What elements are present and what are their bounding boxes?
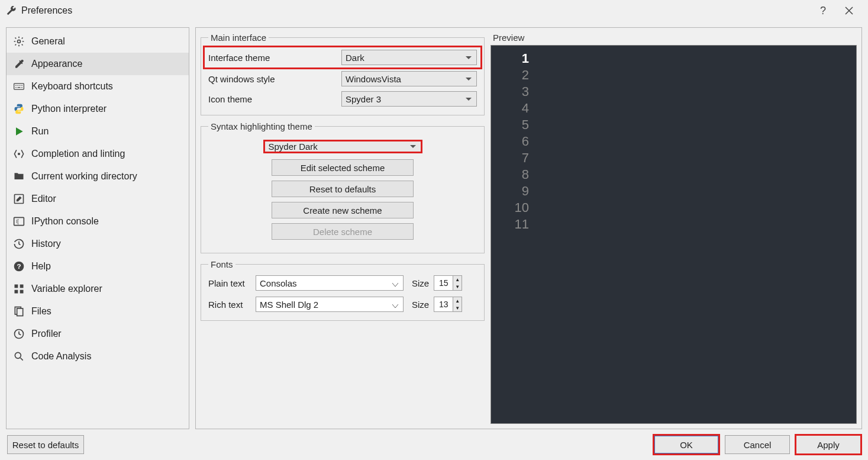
sidebar-item-label: IPython console (31, 216, 99, 227)
svg-text:?: ? (17, 262, 21, 270)
rich-text-value: MS Shell Dlg 2 (260, 300, 318, 310)
reset-scheme-button[interactable]: Reset to defaults (272, 181, 414, 197)
line-number: 11 (491, 216, 529, 233)
syntax-legend: Syntax highlighting theme (208, 121, 315, 131)
sidebar-item-profiler[interactable]: Profiler (7, 323, 189, 345)
create-scheme-button[interactable]: Create new scheme (272, 202, 414, 218)
gear-icon (12, 35, 25, 48)
chevron-down-icon (466, 98, 472, 101)
icon-theme-combo[interactable]: Spyder 3 (341, 91, 477, 107)
sidebar-item-label: Help (31, 261, 51, 272)
spinner-up-icon[interactable]: ▲ (453, 297, 462, 304)
sidebar-item-files[interactable]: Files (7, 300, 189, 323)
plain-text-combo[interactable]: Consolas (256, 275, 404, 291)
sidebar-item-run[interactable]: Run (7, 120, 189, 143)
edit-scheme-button[interactable]: Edit selected scheme (272, 159, 414, 176)
apply-button[interactable]: Apply (796, 435, 861, 454)
line-number: 1 (491, 50, 529, 67)
plain-text-label: Plain text (208, 278, 251, 288)
line-number: 10 (491, 200, 529, 216)
sidebar-item-cwd[interactable]: Current working directory (7, 165, 189, 188)
console-icon: I[ (12, 215, 25, 228)
sidebar-item-editor[interactable]: Editor (7, 188, 189, 210)
preview-label: Preview (493, 33, 857, 43)
close-button[interactable] (836, 1, 862, 20)
qt-style-value: WindowsVista (346, 74, 401, 84)
fonts-legend: Fonts (208, 259, 235, 269)
history-icon (12, 237, 25, 250)
line-number: 4 (491, 100, 529, 117)
sidebar-item-ipython[interactable]: I[ IPython console (7, 210, 189, 233)
sidebar-item-completion-linting[interactable]: Completion and linting (7, 143, 189, 165)
chevron-down-icon (392, 278, 398, 288)
rich-text-label: Rich text (208, 300, 251, 310)
preview-column: Preview 1 2 3 4 5 6 7 8 9 10 11 (491, 33, 857, 424)
sidebar-item-label: Variable explorer (31, 284, 102, 294)
line-gutter: 1 2 3 4 5 6 7 8 9 10 11 (491, 46, 535, 423)
svg-rect-13 (17, 308, 23, 316)
sidebar-item-help[interactable]: ? Help (7, 255, 189, 278)
line-number: 7 (491, 150, 529, 166)
sidebar-item-label: Code Analysis (31, 351, 91, 362)
window-title: Preferences (21, 5, 72, 16)
chevron-down-icon (410, 145, 416, 148)
sidebar-item-code-analysis[interactable]: Code Analysis (7, 345, 189, 368)
rich-size-spinner[interactable]: 13 ▲▼ (434, 297, 462, 312)
sidebar-item-label: Completion and linting (31, 149, 125, 159)
category-sidebar: General Appearance Keyboard shortcuts Py… (6, 27, 189, 429)
icon-theme-row: Icon theme Spyder 3 (208, 91, 477, 107)
sidebar-item-python-interpreter[interactable]: Python interpreter (7, 98, 189, 120)
sidebar-item-history[interactable]: History (7, 233, 189, 255)
interface-theme-row: Interface theme Dark (206, 49, 479, 66)
clock-icon (12, 327, 25, 340)
sidebar-item-general[interactable]: General (7, 30, 189, 53)
main-interface-legend: Main interface (208, 33, 269, 43)
line-number: 3 (491, 83, 529, 100)
svg-rect-4 (14, 217, 24, 225)
cancel-button[interactable]: Cancel (725, 435, 790, 454)
syntax-scheme-combo[interactable]: Spyder Dark (264, 141, 421, 152)
editor-body (535, 46, 856, 423)
grid-icon (12, 282, 25, 295)
svg-rect-1 (14, 83, 24, 89)
rich-text-row: Rich text MS Shell Dlg 2 Size 13 ▲▼ (208, 297, 477, 312)
spinner-down-icon[interactable]: ▼ (453, 304, 462, 311)
sidebar-item-label: Run (31, 126, 49, 137)
sidebar-item-label: Profiler (31, 329, 62, 339)
svg-point-0 (18, 40, 21, 43)
help-icon: ? (12, 260, 25, 273)
edit-icon (12, 192, 25, 205)
titlebar: Preferences ? (0, 0, 868, 21)
line-number: 9 (491, 183, 529, 200)
spinner-down-icon[interactable]: ▼ (453, 283, 462, 290)
play-icon (12, 125, 25, 138)
icon-theme-value: Spyder 3 (346, 94, 381, 104)
interface-theme-combo[interactable]: Dark (341, 50, 477, 65)
svg-rect-8 (15, 285, 18, 288)
syntax-group: Syntax highlighting theme Spyder Dark Ed… (201, 121, 485, 253)
completion-icon (12, 147, 25, 160)
sidebar-item-keyboard-shortcuts[interactable]: Keyboard shortcuts (7, 75, 189, 98)
rich-text-combo[interactable]: MS Shell Dlg 2 (256, 297, 404, 312)
button-bar: Reset to defaults OK Cancel Apply (0, 429, 868, 460)
line-number: 8 (491, 166, 529, 183)
sidebar-item-label: Appearance (31, 59, 82, 69)
spinner-up-icon[interactable]: ▲ (453, 276, 462, 283)
qt-style-combo[interactable]: WindowsVista (341, 71, 477, 86)
line-number: 6 (491, 133, 529, 150)
help-button[interactable]: ? (810, 1, 836, 20)
line-number: 2 (491, 67, 529, 83)
qt-style-row: Qt windows style WindowsVista (208, 71, 477, 86)
sidebar-item-appearance[interactable]: Appearance (7, 53, 189, 75)
chevron-down-icon (466, 78, 472, 81)
svg-text:I[: I[ (16, 218, 19, 224)
ok-button[interactable]: OK (654, 435, 719, 454)
plain-size-spinner[interactable]: 15 ▲▼ (434, 275, 462, 291)
qt-style-label: Qt windows style (208, 74, 341, 84)
sidebar-item-label: Files (31, 306, 51, 317)
sidebar-item-label: Keyboard shortcuts (31, 81, 113, 92)
sidebar-item-variable-explorer[interactable]: Variable explorer (7, 278, 189, 300)
interface-theme-label: Interface theme (208, 53, 341, 63)
reset-defaults-button[interactable]: Reset to defaults (7, 435, 84, 454)
plain-text-value: Consolas (260, 278, 297, 288)
